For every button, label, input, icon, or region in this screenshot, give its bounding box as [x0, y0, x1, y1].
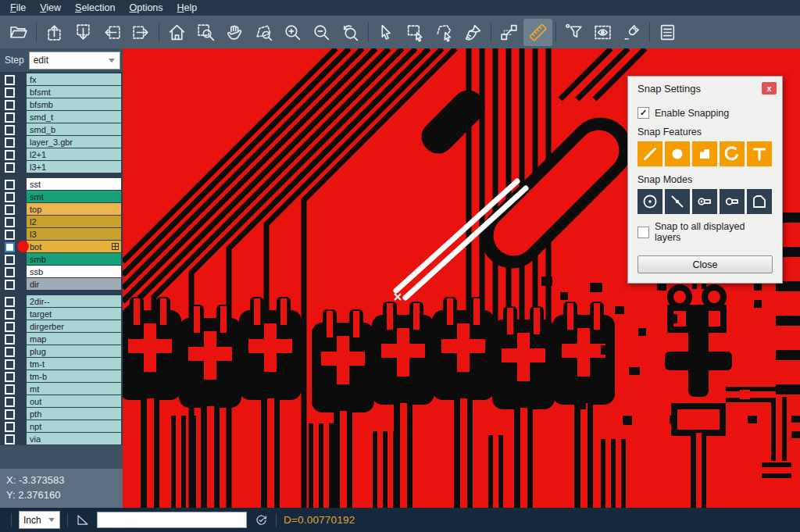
layer-visibility-checkbox[interactable]: [5, 372, 15, 382]
layer-visibility-checkbox[interactable]: [5, 162, 15, 173]
snap-magnet-button[interactable]: [617, 19, 646, 46]
layer-label[interactable]: smd_t: [27, 111, 121, 123]
layer-visibility-checkbox[interactable]: [5, 125, 15, 135]
select-rect-button[interactable]: [401, 19, 430, 46]
zoom-previous-button[interactable]: [336, 19, 365, 46]
layer-visibility-checkbox[interactable]: [5, 309, 15, 320]
enable-snapping-checkbox[interactable]: [638, 107, 649, 119]
layer-visibility-checkbox[interactable]: [5, 217, 15, 227]
layer-label[interactable]: l2+1: [27, 148, 121, 160]
show-eye-button[interactable]: [588, 19, 617, 46]
layer-label[interactable]: bfsmb: [27, 98, 121, 110]
snap-slot-filled-button[interactable]: [692, 189, 717, 214]
layer-label[interactable]: out: [27, 395, 121, 407]
layer-visibility-checkbox[interactable]: [5, 112, 15, 123]
layer-visibility-checkbox[interactable]: [5, 384, 15, 395]
layer-visibility-checkbox[interactable]: [5, 280, 15, 290]
layer-visibility-checkbox[interactable]: [5, 359, 15, 370]
layer-visibility-checkbox[interactable]: [5, 180, 15, 190]
menu-file[interactable]: File: [3, 1, 33, 15]
layer-visibility-checkbox[interactable]: [5, 267, 15, 277]
layer-label[interactable]: plug: [27, 345, 121, 357]
layer-visibility-checkbox[interactable]: [5, 397, 15, 407]
layer-label[interactable]: npt: [27, 420, 121, 432]
pan-right-button[interactable]: [127, 19, 155, 46]
layer-visibility-checkbox[interactable]: [5, 255, 15, 265]
layer-label[interactable]: bot: [27, 241, 121, 252]
snap-corner-button[interactable]: [692, 141, 717, 166]
layer-label[interactable]: target: [27, 308, 121, 320]
layer-label[interactable]: dir: [27, 278, 121, 290]
layer-visibility-checkbox[interactable]: [5, 409, 15, 420]
measure-input[interactable]: [97, 512, 247, 528]
zoom-out-button[interactable]: [307, 19, 336, 46]
layer-label[interactable]: 2dir--: [27, 295, 121, 307]
snap-pad-button[interactable]: [665, 141, 690, 166]
refresh-check-icon[interactable]: [254, 512, 269, 527]
layer-visibility-checkbox[interactable]: [5, 322, 15, 332]
pan-hand-button[interactable]: [220, 19, 249, 46]
ruler-button[interactable]: [523, 19, 552, 46]
layer-label[interactable]: l3: [27, 228, 121, 240]
layer-visibility-checkbox[interactable]: [5, 150, 15, 160]
layer-label[interactable]: smb: [27, 253, 121, 265]
units-dropdown[interactable]: Inch: [19, 511, 60, 529]
pan-down-button[interactable]: [69, 19, 98, 46]
snap-text-button[interactable]: [747, 141, 772, 166]
layer-visibility-checkbox[interactable]: [5, 205, 15, 215]
layer-label[interactable]: sst: [27, 178, 121, 190]
layer-label[interactable]: smt: [27, 191, 121, 202]
snap-outline-button[interactable]: [747, 189, 772, 214]
select-arrow-button[interactable]: [372, 19, 401, 46]
close-icon[interactable]: x: [762, 82, 777, 95]
select-polygon-button[interactable]: [430, 19, 459, 46]
layer-visibility-checkbox[interactable]: [5, 137, 15, 148]
zoom-object-button[interactable]: [249, 19, 278, 46]
menu-help[interactable]: Help: [170, 1, 205, 15]
layer-label[interactable]: l3+1: [27, 161, 121, 173]
layer-label[interactable]: via: [27, 433, 121, 445]
filter-button[interactable]: [559, 19, 588, 46]
close-button[interactable]: Close: [638, 255, 773, 273]
snap-center-button[interactable]: [638, 189, 662, 214]
layer-label[interactable]: top: [27, 203, 121, 215]
snap-midpoint-button[interactable]: [665, 189, 690, 214]
snap-slot-button[interactable]: [720, 189, 745, 214]
layer-label[interactable]: smd_b: [27, 123, 121, 135]
layer-visibility-checkbox[interactable]: [5, 242, 15, 252]
layer-visibility-checkbox[interactable]: [5, 100, 15, 110]
step-dropdown[interactable]: edit: [29, 52, 120, 70]
layer-visibility-checkbox[interactable]: [5, 347, 15, 357]
pan-up-button[interactable]: [40, 19, 69, 46]
snap-all-layers-row[interactable]: Snap to all displayed layers: [638, 221, 773, 243]
layer-visibility-checkbox[interactable]: [5, 422, 15, 432]
layer-label[interactable]: mt: [27, 383, 121, 395]
pan-left-button[interactable]: [98, 19, 127, 46]
layer-label[interactable]: l2: [27, 216, 121, 227]
layer-visibility-checkbox[interactable]: [5, 75, 15, 85]
enable-snapping-row[interactable]: Enable Snapping: [638, 107, 773, 119]
layer-visibility-checkbox[interactable]: [5, 87, 15, 98]
menu-options[interactable]: Options: [122, 1, 170, 15]
report-form-button[interactable]: [653, 19, 682, 46]
zoom-area-button[interactable]: [191, 19, 220, 46]
layer-visibility-checkbox[interactable]: [5, 297, 15, 307]
snap-arc-button[interactable]: [720, 141, 745, 166]
angle-measure-icon[interactable]: [75, 512, 90, 527]
layer-visibility-checkbox[interactable]: [5, 192, 15, 202]
home-button[interactable]: [162, 19, 191, 46]
snap-line-button[interactable]: [638, 141, 662, 166]
dialog-title-bar[interactable]: Snap Settings x: [628, 77, 782, 97]
layer-label[interactable]: tm-b: [27, 370, 121, 382]
menu-selection[interactable]: Selection: [68, 1, 122, 15]
layer-label[interactable]: map: [27, 333, 121, 345]
layer-label[interactable]: dirgerber: [27, 320, 121, 332]
layer-label[interactable]: ssb: [27, 266, 121, 277]
layer-visibility-checkbox[interactable]: [5, 230, 15, 240]
zoom-in-button[interactable]: [278, 19, 307, 46]
menu-view[interactable]: View: [33, 1, 68, 15]
layer-label[interactable]: pth: [27, 408, 121, 420]
layer-label[interactable]: bfsmt: [27, 86, 121, 98]
snap-all-layers-checkbox[interactable]: [638, 227, 649, 238]
clean-brush-button[interactable]: [459, 19, 488, 46]
